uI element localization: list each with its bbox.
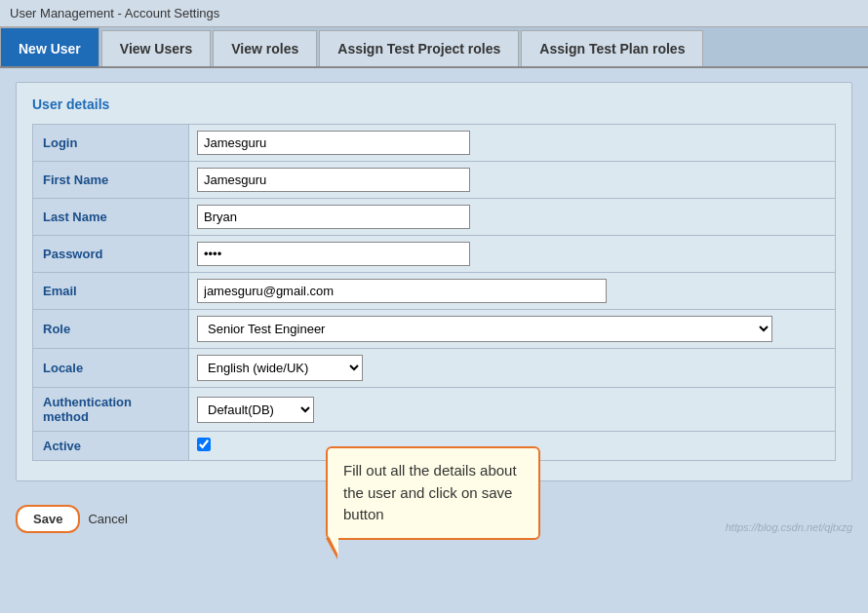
- email-label: Email: [33, 273, 189, 310]
- watermark-text: https://blog.csdn.net/qjtxzg: [726, 521, 852, 533]
- bottom-bar: Fill out all the details about the user …: [0, 495, 868, 543]
- role-label: Role: [33, 310, 189, 349]
- password-row: Password: [33, 236, 836, 273]
- tooltip-wrapper: Fill out all the details about the user …: [16, 505, 88, 533]
- tab-assign-test-project-roles[interactable]: Assign Test Project roles: [319, 30, 519, 66]
- firstname-input[interactable]: [197, 168, 470, 192]
- auth-label: Authentication method: [33, 388, 189, 432]
- save-button[interactable]: Save: [16, 505, 80, 533]
- firstname-label: First Name: [33, 162, 189, 199]
- auth-row: Authentication method Default(DB) LDAP S…: [33, 388, 836, 432]
- login-label: Login: [33, 125, 189, 162]
- user-details-box: User details Login First Name Last Name: [16, 82, 852, 481]
- role-input-cell: Senior Test Engineer Test Engineer Test …: [189, 310, 836, 349]
- email-row: Email: [33, 273, 836, 310]
- locale-select[interactable]: English (wide/UK) English (US) French Ge…: [197, 355, 363, 381]
- active-label: Active: [33, 432, 189, 461]
- form-table: Login First Name Last Name Password: [32, 124, 836, 461]
- tab-view-roles[interactable]: View roles: [213, 30, 317, 66]
- tab-view-users[interactable]: View Users: [101, 30, 211, 66]
- email-input-cell: [189, 273, 836, 310]
- login-input[interactable]: [197, 131, 470, 155]
- firstname-input-cell: [189, 162, 836, 199]
- login-row: Login: [33, 125, 836, 162]
- email-input[interactable]: [197, 279, 607, 303]
- tab-bar: New User View Users View roles Assign Te…: [0, 27, 868, 68]
- lastname-input-cell: [189, 199, 836, 236]
- locale-input-cell: English (wide/UK) English (US) French Ge…: [189, 349, 836, 388]
- cancel-button[interactable]: Cancel: [88, 512, 127, 526]
- title-bar: User Management - Account Settings: [0, 0, 868, 27]
- lastname-input[interactable]: [197, 205, 470, 229]
- tab-new-user[interactable]: New User: [0, 27, 99, 66]
- firstname-row: First Name: [33, 162, 836, 199]
- section-title: User details: [32, 96, 836, 112]
- tooltip-text: Fill out all the details about the user …: [343, 462, 517, 522]
- role-select[interactable]: Senior Test Engineer Test Engineer Test …: [197, 316, 772, 342]
- locale-label: Locale: [33, 349, 189, 388]
- auth-input-cell: Default(DB) LDAP SSO: [189, 388, 836, 432]
- tab-assign-test-plan-roles[interactable]: Assign Test Plan roles: [521, 30, 703, 66]
- locale-row: Locale English (wide/UK) English (US) Fr…: [33, 349, 836, 388]
- main-content: User details Login First Name Last Name: [0, 68, 868, 495]
- auth-select[interactable]: Default(DB) LDAP SSO: [197, 397, 314, 423]
- active-checkbox[interactable]: [197, 438, 211, 451]
- role-row: Role Senior Test Engineer Test Engineer …: [33, 310, 836, 349]
- password-input-cell: [189, 236, 836, 273]
- lastname-row: Last Name: [33, 199, 836, 236]
- title-text: User Management - Account Settings: [10, 6, 219, 20]
- tooltip-bubble: Fill out all the details about the user …: [326, 446, 540, 540]
- password-label: Password: [33, 236, 189, 273]
- password-input[interactable]: [197, 242, 470, 266]
- login-input-cell: [189, 125, 836, 162]
- lastname-label: Last Name: [33, 199, 189, 236]
